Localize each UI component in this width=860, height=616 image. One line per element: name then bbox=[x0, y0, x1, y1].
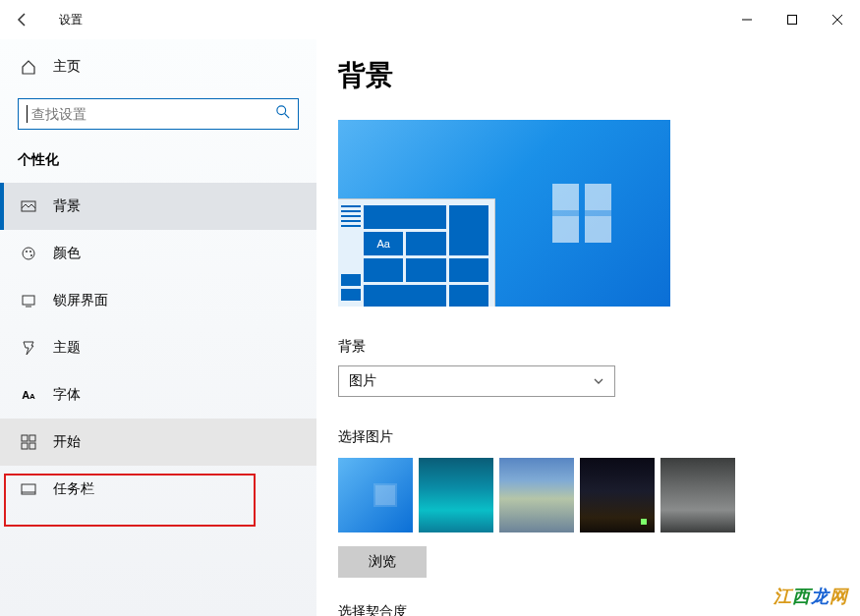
background-type-select[interactable]: 图片 bbox=[338, 365, 615, 397]
start-icon bbox=[20, 434, 37, 450]
image-thumb-4[interactable] bbox=[580, 458, 655, 532]
sidebar-item-fonts[interactable]: AA 字体 bbox=[0, 371, 316, 419]
search-box[interactable] bbox=[18, 98, 299, 130]
sidebar-label: 任务栏 bbox=[53, 480, 94, 498]
palette-icon bbox=[20, 246, 37, 261]
image-thumbnails bbox=[338, 458, 860, 532]
svg-rect-14 bbox=[29, 443, 35, 449]
sidebar-label: 开始 bbox=[53, 433, 81, 451]
page-title: 背景 bbox=[338, 39, 860, 94]
svg-point-2 bbox=[277, 106, 286, 115]
sidebar-label: 锁屏界面 bbox=[53, 292, 108, 309]
svg-point-8 bbox=[30, 254, 32, 256]
image-icon bbox=[20, 198, 37, 214]
windows-logo-icon bbox=[552, 184, 611, 243]
bg-field-label: 背景 bbox=[338, 338, 860, 356]
svg-rect-11 bbox=[22, 435, 28, 441]
sidebar-label: 主题 bbox=[53, 339, 81, 357]
window-controls bbox=[724, 6, 860, 33]
sidebar-label: 背景 bbox=[53, 197, 81, 215]
svg-rect-12 bbox=[29, 435, 35, 441]
search-input[interactable] bbox=[31, 106, 276, 122]
sidebar-item-lockscreen[interactable]: 锁屏界面 bbox=[0, 277, 316, 324]
home-label: 主页 bbox=[53, 58, 81, 76]
svg-point-5 bbox=[23, 248, 34, 259]
home-button[interactable]: 主页 bbox=[0, 49, 316, 84]
image-thumb-5[interactable] bbox=[660, 458, 735, 532]
close-button[interactable] bbox=[815, 6, 860, 33]
chevron-down-icon bbox=[593, 375, 604, 387]
svg-rect-13 bbox=[22, 443, 28, 449]
watermark: 江西龙网 bbox=[774, 585, 848, 608]
svg-rect-9 bbox=[23, 296, 34, 305]
image-thumb-3[interactable] bbox=[499, 458, 574, 532]
sidebar-item-start[interactable]: 开始 bbox=[0, 419, 316, 466]
font-icon: AA bbox=[20, 389, 37, 401]
image-thumb-1[interactable] bbox=[338, 458, 413, 532]
preview-start-menu: Aa bbox=[338, 198, 495, 307]
section-title: 个性化 bbox=[0, 130, 316, 183]
sidebar: 主页 个性化 背景 颜色 锁屏界面 主题 AA bbox=[0, 39, 316, 616]
select-value: 图片 bbox=[349, 372, 376, 390]
sidebar-item-background[interactable]: 背景 bbox=[0, 183, 316, 230]
svg-rect-1 bbox=[788, 16, 797, 25]
choose-image-label: 选择图片 bbox=[338, 428, 860, 446]
image-thumb-2[interactable] bbox=[419, 458, 493, 532]
taskbar-icon bbox=[20, 481, 37, 497]
minimize-button[interactable] bbox=[724, 6, 770, 33]
preview-aa-tile: Aa bbox=[364, 232, 403, 255]
background-preview: Aa bbox=[338, 120, 670, 307]
sidebar-label: 字体 bbox=[53, 386, 81, 404]
svg-line-3 bbox=[285, 114, 289, 118]
main-content: 背景 Aa bbox=[316, 39, 860, 616]
home-icon bbox=[20, 59, 37, 75]
sidebar-item-taskbar[interactable]: 任务栏 bbox=[0, 466, 316, 513]
maximize-button[interactable] bbox=[770, 6, 815, 33]
theme-icon bbox=[20, 340, 37, 356]
text-cursor bbox=[27, 105, 28, 123]
titlebar: 设置 bbox=[0, 0, 860, 39]
sidebar-item-colors[interactable]: 颜色 bbox=[0, 230, 316, 277]
sidebar-label: 颜色 bbox=[53, 245, 81, 262]
search-icon bbox=[276, 105, 290, 123]
back-button[interactable] bbox=[0, 0, 45, 39]
window-title: 设置 bbox=[59, 12, 83, 28]
arrow-left-icon bbox=[15, 12, 30, 28]
svg-point-6 bbox=[26, 251, 28, 252]
browse-button[interactable]: 浏览 bbox=[338, 546, 427, 578]
sidebar-item-themes[interactable]: 主题 bbox=[0, 324, 316, 371]
lock-screen-icon bbox=[20, 293, 37, 308]
svg-point-7 bbox=[29, 251, 31, 252]
